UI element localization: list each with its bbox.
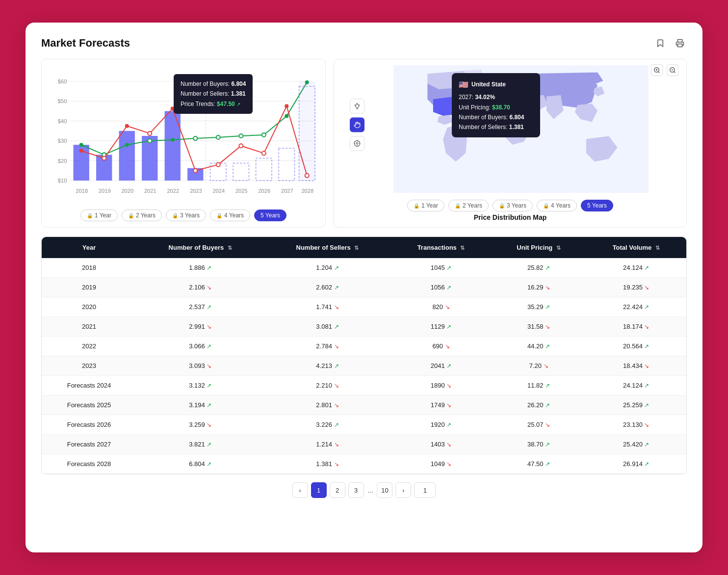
svg-text:2026: 2026 xyxy=(258,188,270,194)
table-row: 2022 3.066 ↗ 2.784 ↘ 690 ↘ 44.20 ↗ 20.56… xyxy=(42,337,686,356)
cell-buyers: 3.066 ↗ xyxy=(136,337,264,356)
col-unit-pricing[interactable]: Unit Pricing ⇅ xyxy=(492,237,586,258)
world-map[interactable] xyxy=(364,65,678,193)
svg-rect-27 xyxy=(119,131,135,181)
svg-point-49 xyxy=(125,124,129,128)
col-buyers[interactable]: Number of Buyers ⇅ xyxy=(136,237,264,258)
page-2-button[interactable]: 2 xyxy=(330,482,345,498)
trend-down-icon: ↘ xyxy=(207,284,211,291)
cell-transactions: 1920 ↗ xyxy=(390,415,491,435)
col-total-volume[interactable]: Total Volume ⇅ xyxy=(586,237,686,258)
map-filter-4years[interactable]: 🔒 4 Years xyxy=(537,200,577,211)
bookmark-icon[interactable] xyxy=(653,36,667,50)
chart-svg: $60 $50 $40 $30 $20 $10 2018 2019 2020 2… xyxy=(50,67,317,205)
sort-pricing-icon: ⇅ xyxy=(556,245,561,251)
goto-page-input[interactable] xyxy=(414,482,436,498)
svg-text:2023: 2023 xyxy=(190,188,202,194)
cell-total-volume: 25.259 ↗ xyxy=(586,395,686,415)
svg-point-53 xyxy=(216,163,220,167)
page-3-button[interactable]: 3 xyxy=(348,482,364,498)
page-10-button[interactable]: 10 xyxy=(377,482,392,498)
cell-transactions: 1045 ↗ xyxy=(390,258,491,278)
col-transactions[interactable]: Transactions ⇅ xyxy=(390,237,491,258)
cell-buyers: 3.132 ↗ xyxy=(136,376,264,395)
svg-text:$60: $60 xyxy=(58,78,67,84)
svg-point-39 xyxy=(148,139,152,143)
map-filter-3years[interactable]: 🔒 3 Years xyxy=(493,200,533,211)
sort-sellers-icon: ⇅ xyxy=(354,245,359,251)
svg-point-40 xyxy=(171,138,175,142)
svg-point-38 xyxy=(125,143,129,147)
map-filter-5years[interactable]: 5 Years xyxy=(581,200,613,211)
cell-transactions: 1403 ↘ xyxy=(390,435,491,454)
chart-filter-4years[interactable]: 🔒 4 Years xyxy=(210,209,250,221)
market-table: Year Number of Buyers ⇅ Number of Seller… xyxy=(42,237,686,474)
col-sellers[interactable]: Number of Sellers ⇅ xyxy=(264,237,390,258)
map-filter-1year[interactable]: 🔒 1 Year xyxy=(407,200,444,211)
trend-up-icon: ↗ xyxy=(446,363,451,369)
trend-up-icon: ↗ xyxy=(207,382,211,389)
map-tools xyxy=(350,99,364,151)
trend-up-icon: ↗ xyxy=(644,304,649,311)
print-icon[interactable] xyxy=(673,36,687,50)
col-year: Year xyxy=(42,237,136,258)
chart-area: Number of Buyers: 6.804 Number of Seller… xyxy=(50,67,317,205)
chart-filter-5years[interactable]: 5 Years xyxy=(254,209,286,221)
cell-total-volume: 22.424 ↗ xyxy=(586,297,686,317)
page-title: Market Forecasts xyxy=(41,37,130,50)
page-1-button[interactable]: 1 xyxy=(311,482,327,498)
trend-up-icon: ↗ xyxy=(334,363,339,369)
hand-tool[interactable] xyxy=(350,117,364,132)
trend-up-icon: ↗ xyxy=(644,343,649,350)
cell-total-volume: 23.130 ↘ xyxy=(586,415,686,435)
cell-year: 2021 xyxy=(42,317,136,337)
next-page-button[interactable]: › xyxy=(395,482,411,498)
cell-sellers: 2.784 ↘ xyxy=(264,337,390,356)
cell-transactions: 1056 ↗ xyxy=(390,278,491,297)
data-table: Year Number of Buyers ⇅ Number of Seller… xyxy=(41,236,687,474)
target-tool[interactable] xyxy=(350,136,364,151)
header-actions xyxy=(653,36,687,50)
trend-down-icon: ↘ xyxy=(445,343,450,350)
chart-filter-3years[interactable]: 🔒 3 Years xyxy=(166,209,206,221)
table-row: 2023 3.093 ↘ 4.213 ↗ 2041 ↗ 7.20 ↘ 18.43… xyxy=(42,356,686,376)
trend-down-icon: ↘ xyxy=(446,461,451,468)
trend-up-icon: ↗ xyxy=(644,402,649,409)
map-filter-2years[interactable]: 🔒 2 Years xyxy=(448,200,489,211)
page-ellipsis: ... xyxy=(367,487,374,494)
trend-down-icon: ↘ xyxy=(644,363,649,369)
cell-year: Forecasts 2028 xyxy=(42,454,136,474)
pointer-tool[interactable] xyxy=(350,99,364,113)
lock-icon: 🔒 xyxy=(455,203,461,209)
trend-down-icon: ↘ xyxy=(207,363,211,369)
cell-sellers: 1.204 ↗ xyxy=(264,258,390,278)
chart-filter-2years[interactable]: 🔒 2 Years xyxy=(122,209,162,221)
lock-icon: 🔒 xyxy=(128,213,134,218)
chart-filter-1year[interactable]: 🔒 1 Year xyxy=(80,209,118,221)
svg-text:2018: 2018 xyxy=(76,188,88,194)
trend-down-icon: ↘ xyxy=(545,284,550,291)
map-area: 🇺🇸 United State 2027: 34.02% Unit Pricin… xyxy=(342,65,678,195)
svg-point-47 xyxy=(79,149,83,153)
trend-down-icon: ↘ xyxy=(334,441,339,448)
svg-point-50 xyxy=(148,131,152,135)
cell-unit-pricing: 47.50 ↗ xyxy=(492,454,586,474)
svg-point-44 xyxy=(262,133,266,137)
cell-total-volume: 18.434 ↘ xyxy=(586,356,686,376)
table-header-row: Year Number of Buyers ⇅ Number of Seller… xyxy=(42,237,686,258)
trend-down-icon: ↘ xyxy=(207,323,211,330)
trend-down-icon: ↘ xyxy=(334,461,339,468)
cell-buyers: 3.259 ↘ xyxy=(136,415,264,435)
trend-up-icon: ↗ xyxy=(334,421,339,428)
cell-year: 2018 xyxy=(42,258,136,278)
prev-page-button[interactable]: ‹ xyxy=(292,482,308,498)
trend-up-icon: ↗ xyxy=(446,323,451,330)
svg-point-67 xyxy=(356,143,358,145)
table-row: 2021 2.991 ↘ 3.081 ↗ 1129 ↗ 31.58 ↘ 18.1… xyxy=(42,317,686,337)
cell-unit-pricing: 38.70 ↗ xyxy=(492,435,586,454)
svg-text:2021: 2021 xyxy=(144,188,156,194)
cell-year: Forecasts 2024 xyxy=(42,376,136,395)
svg-text:2020: 2020 xyxy=(121,188,133,194)
map-content: 🇺🇸 United State 2027: 34.02% Unit Pricin… xyxy=(364,65,678,195)
pagination: ‹ 1 2 3 ... 10 › xyxy=(41,482,687,498)
